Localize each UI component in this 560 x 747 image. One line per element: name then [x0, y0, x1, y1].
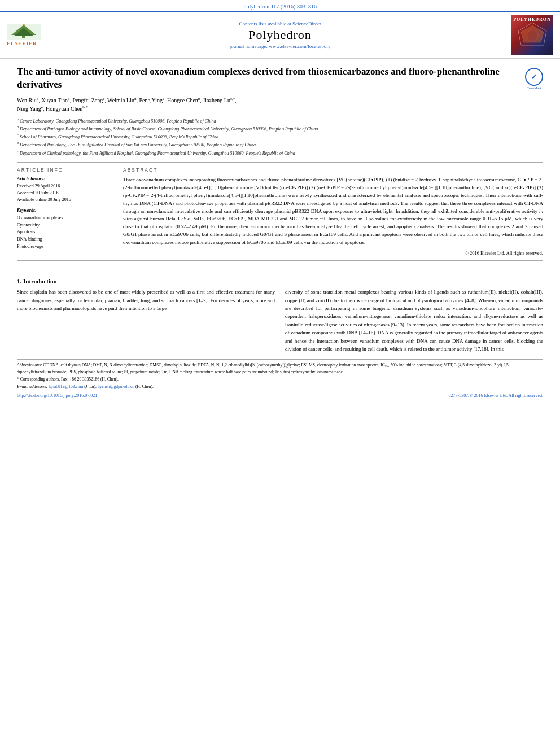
divider-1 [17, 162, 543, 163]
doi-area: http://dx.doi.org/10.1016/j.poly.2016.07… [0, 391, 560, 400]
journal-homepage: journal homepage: www.elsevier.com/locat… [58, 43, 502, 49]
journal-header: ELSEVIER Contents lists available at Sci… [0, 11, 560, 59]
elsevier-tree-icon [7, 24, 41, 40]
body-section: 1. Introduction Since cisplatin has been… [0, 272, 560, 353]
keyword-1: Oxovanadium complexes [17, 215, 113, 222]
corresponding-author-footnote: * Corresponding authors. Fax: +86 20 393… [17, 376, 543, 382]
authors-line: Wen Ruia, Xuyan Tianb, Pengfei Zengc, We… [17, 96, 543, 113]
crossmark-icon: ✓ [525, 68, 543, 86]
footnotes-area: Abbreviations: CT-DNA, calf thymus DNA; … [0, 353, 560, 390]
divider-2 [17, 260, 543, 261]
doi-link[interactable]: http://dx.doi.org/10.1016/j.poly.2016.07… [17, 393, 97, 398]
page: Polyhedron 117 (2016) 803–816 ELSEVIER [0, 0, 560, 747]
journal-title: Polyhedron [58, 28, 502, 42]
polyhedron-cover-label: POLYHEDRON [511, 17, 553, 22]
affiliation-e: e Department of Clinical pathology, the … [17, 149, 543, 156]
available-date: Available online 30 July 2016 [17, 196, 113, 203]
crossmark-logo: ✓ CrossMark [525, 68, 543, 86]
abbreviations-footnote: Abbreviations: CT-DNA, calf thymus DNA; … [17, 362, 543, 375]
polyhedron-cover-image: POLYHEDRON [511, 15, 553, 55]
keyword-3: Apoptosis [17, 229, 113, 236]
email-link-2[interactable]: hychen@gdpu.edu.cn [98, 384, 134, 389]
elsevier-label: ELSEVIER [7, 41, 37, 46]
affiliation-b: b Department of Pathogen Biology and Imm… [17, 125, 543, 132]
copyright-text: © 2016 Elsevier Ltd. All rights reserved… [123, 250, 543, 256]
abstract-text: Three oxovanadium complexes incorporatin… [123, 176, 543, 247]
article-title-area: The anti-tumor activity of novel oxovana… [17, 65, 543, 91]
accepted-date: Accepted 20 July 2016 [17, 190, 113, 196]
elsevier-logo-area: ELSEVIER [7, 24, 58, 46]
received-date: Received 29 April 2016 [17, 183, 113, 190]
abstract-heading: ABSTRACT [123, 167, 543, 173]
article-title: The anti-tumor activity of novel oxovana… [17, 65, 525, 91]
footnotes-divider [17, 359, 543, 360]
keywords-list: Oxovanadium complexes Cytotoxicity Apopt… [17, 215, 113, 251]
affiliation-c: c School of Pharmacy, Guangdong Pharmace… [17, 133, 543, 140]
affiliations: a Centre Laboratory, Guangdong Pharmaceu… [17, 117, 543, 156]
keyword-4: DNA-binding [17, 236, 113, 243]
affiliation-d: d Department of Radiology, The Third Aff… [17, 141, 543, 148]
journal-cover-area: POLYHEDRON [502, 15, 553, 55]
email-link-1[interactable]: lujia6812@163.com [49, 384, 83, 389]
article-history-label: Article history: [17, 176, 113, 181]
article-info-column: ARTICLE INFO Article history: Received 2… [17, 167, 113, 256]
svg-point-7 [527, 30, 538, 41]
keyword-2: Cytotoxicity [17, 222, 113, 229]
sciencedirect-text: Contents lists available at ScienceDirec… [58, 21, 502, 27]
section1-col1: Since cisplatin has been discovered to b… [17, 288, 275, 353]
keyword-5: Photocleavage [17, 243, 113, 251]
keywords-label: Keywords: [17, 208, 113, 213]
crossmark-label: CrossMark [525, 86, 543, 90]
issn-text: 0277-5387/© 2016 Elsevier Ltd. All right… [449, 393, 543, 398]
section1-body: Since cisplatin has been discovered to b… [17, 288, 543, 353]
article-info-heading: ARTICLE INFO [17, 167, 113, 173]
journal-header-center: Contents lists available at ScienceDirec… [58, 21, 502, 49]
journal-citation: Polyhedron 117 (2016) 803–816 [0, 0, 560, 11]
polyhedron-graphic [513, 20, 552, 51]
section1-title: 1. Introduction [17, 278, 543, 285]
abstract-column: ABSTRACT Three oxovanadium complexes inc… [123, 167, 543, 256]
article-content: The anti-tumor activity of novel oxovana… [0, 59, 560, 272]
section1-col2: diversity of some transition metal compl… [285, 288, 543, 353]
journal-citation-text: Polyhedron 117 (2016) 803–816 [243, 3, 317, 10]
email-footnote: E-mail addresses: lujia6812@163.com (J. … [17, 383, 543, 390]
elsevier-logo: ELSEVIER [7, 24, 52, 46]
article-info-abstract-section: ARTICLE INFO Article history: Received 2… [17, 167, 543, 256]
affiliation-a: a Centre Laboratory, Guangdong Pharmaceu… [17, 117, 543, 124]
